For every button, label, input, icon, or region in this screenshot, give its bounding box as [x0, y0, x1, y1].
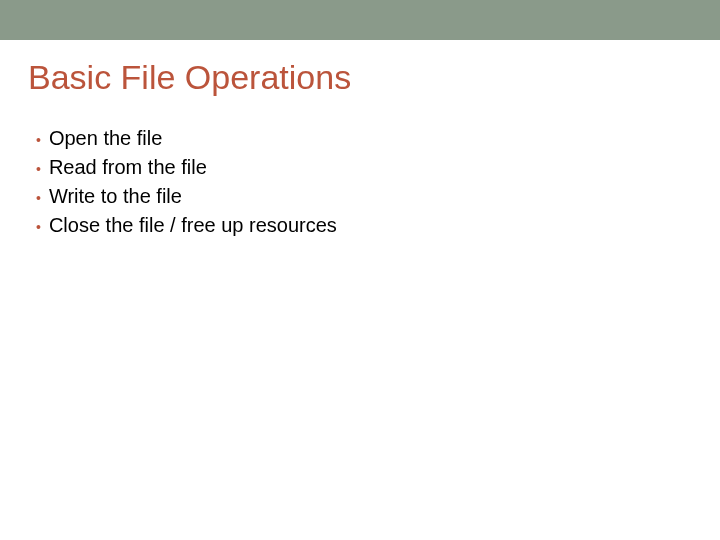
- bullet-text: Write to the file: [49, 185, 182, 208]
- bullet-icon: •: [36, 220, 41, 234]
- top-accent-bar: [0, 0, 720, 40]
- list-item: • Write to the file: [36, 185, 692, 208]
- bullet-text: Open the file: [49, 127, 162, 150]
- bullet-icon: •: [36, 133, 41, 147]
- bullet-list: • Open the file • Read from the file • W…: [28, 127, 692, 237]
- list-item: • Read from the file: [36, 156, 692, 179]
- list-item: • Open the file: [36, 127, 692, 150]
- slide-title: Basic File Operations: [28, 58, 692, 97]
- slide-content: Basic File Operations • Open the file • …: [0, 40, 720, 261]
- bullet-icon: •: [36, 191, 41, 205]
- bullet-icon: •: [36, 162, 41, 176]
- bullet-text: Close the file / free up resources: [49, 214, 337, 237]
- bullet-text: Read from the file: [49, 156, 207, 179]
- list-item: • Close the file / free up resources: [36, 214, 692, 237]
